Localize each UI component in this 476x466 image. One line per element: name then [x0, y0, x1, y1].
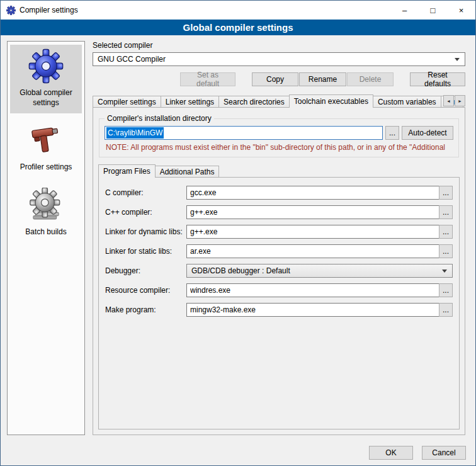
c-compiler-browse-button[interactable]: ...	[439, 186, 453, 200]
sidebar-item-global-compiler-settings[interactable]: Global compiler settings	[10, 45, 82, 113]
cpp-compiler-browse-button[interactable]: ...	[439, 205, 453, 219]
sidebar-item-profiler-settings[interactable]: Profiler settings	[10, 119, 82, 178]
dynamic-linker-label: Linker for dynamic libs:	[105, 227, 186, 236]
installation-directory-row: C:\raylib\MinGW ... Auto-detect	[105, 126, 453, 140]
resource-compiler-label: Resource compiler:	[105, 286, 186, 295]
reset-defaults-button[interactable]: Reset defaults	[410, 72, 465, 86]
chevron-down-icon	[442, 270, 447, 273]
form-row-static-linker: Linker for static libs: ...	[105, 244, 453, 258]
window-title: Compiler settings	[20, 6, 78, 14]
debugger-select[interactable]: GDB/CDB debugger : Default	[186, 264, 453, 278]
blue-gear-icon	[28, 48, 64, 84]
app-icon	[6, 6, 16, 15]
resource-compiler-input[interactable]	[186, 283, 439, 297]
tab-scroll-right-button[interactable]: ►	[455, 95, 465, 106]
minimize-icon: –	[402, 6, 407, 15]
c-compiler-label: C compiler:	[105, 188, 186, 197]
make-program-input[interactable]	[186, 303, 439, 317]
dialog-footer: OK Cancel	[1, 440, 475, 465]
form-row-dynamic-linker: Linker for dynamic libs: ...	[105, 225, 453, 239]
close-icon: ×	[459, 6, 464, 15]
minimize-button[interactable]: –	[390, 1, 419, 20]
profiler-tool-icon	[28, 123, 64, 158]
copy-button[interactable]: Copy	[252, 72, 298, 86]
static-linker-label: Linker for static libs:	[105, 247, 186, 256]
sidebar-item-label: Global compiler settings	[11, 88, 81, 108]
window-controls: – □ ×	[390, 1, 475, 20]
maximize-button[interactable]: □	[419, 1, 447, 20]
installation-directory-group: Compiler's installation directory C:\ray…	[99, 114, 459, 157]
gray-gears-icon	[28, 188, 64, 223]
make-program-label: Make program:	[105, 305, 186, 314]
install-dir-browse-button[interactable]: ...	[385, 126, 399, 140]
settings-tabstrip: Compiler settings Linker settings Search…	[93, 94, 465, 108]
tab-scroll-left-button[interactable]: ◄	[443, 95, 454, 106]
dynamic-linker-input[interactable]	[186, 225, 439, 239]
maximize-icon: □	[431, 6, 436, 15]
close-button[interactable]: ×	[447, 1, 475, 20]
compiler-settings-window: Compiler settings – □ × Global compiler …	[0, 0, 476, 466]
tab-linker-settings[interactable]: Linker settings	[161, 96, 219, 108]
static-linker-input[interactable]	[186, 244, 439, 258]
compiler-buttons-row: Set as default Copy Rename Delete Reset …	[93, 72, 465, 86]
debugger-label: Debugger:	[105, 266, 186, 275]
cancel-button[interactable]: Cancel	[422, 446, 466, 460]
tab-search-directories[interactable]: Search directories	[218, 96, 290, 108]
tab-compiler-settings[interactable]: Compiler settings	[93, 96, 161, 108]
arrow-left-icon: ◄	[446, 99, 451, 103]
ok-button[interactable]: OK	[369, 446, 413, 460]
form-row-c-compiler: C compiler: ...	[105, 186, 453, 200]
bin-subdirectory-note: NOTE: All programs must exist either in …	[106, 143, 452, 152]
compiler-combobox-value: GNU GCC Compiler	[98, 55, 166, 64]
auto-detect-button[interactable]: Auto-detect	[402, 126, 453, 140]
subtab-program-files[interactable]: Program Files	[98, 164, 156, 178]
tab-toolchain-executables[interactable]: Toolchain executables	[289, 94, 373, 108]
dynamic-linker-browse-button[interactable]: ...	[439, 225, 453, 239]
tab-custom-variables[interactable]: Custom variables	[373, 96, 441, 108]
cpp-compiler-label: C++ compiler:	[105, 208, 186, 217]
make-program-browse-button[interactable]: ...	[439, 303, 453, 317]
c-compiler-input[interactable]	[186, 186, 439, 200]
form-row-resource-compiler: Resource compiler: ...	[105, 283, 453, 297]
settings-sidebar: Global compiler settings	[7, 41, 85, 435]
compiler-combobox[interactable]: GNU GCC Compiler	[93, 52, 465, 66]
main-content: Selected compiler GNU GCC Compiler Set a…	[93, 41, 465, 435]
install-dir-selected-text: C:\raylib\MinGW	[106, 127, 164, 139]
cpp-compiler-input[interactable]	[186, 205, 439, 219]
toolchain-executables-panel: Compiler's installation directory C:\ray…	[93, 107, 465, 435]
selected-compiler-label: Selected compiler	[93, 41, 465, 50]
page-title: Global compiler settings	[1, 20, 475, 35]
static-linker-browse-button[interactable]: ...	[439, 244, 453, 258]
debugger-select-value: GDB/CDB debugger : Default	[191, 266, 290, 275]
resource-compiler-browse-button[interactable]: ...	[439, 283, 453, 297]
subtab-additional-paths[interactable]: Additional Paths	[155, 166, 220, 178]
chevron-down-icon	[455, 58, 460, 61]
rename-button[interactable]: Rename	[299, 72, 346, 86]
programs-subtabstrip: Program Files Additional Paths	[98, 164, 460, 178]
delete-button[interactable]: Delete	[347, 72, 394, 86]
tab-scroll-buttons: ◄ ►	[443, 95, 465, 106]
install-dir-input[interactable]: C:\raylib\MinGW	[105, 126, 383, 140]
sidebar-item-label: Profiler settings	[20, 162, 72, 173]
titlebar: Compiler settings – □ ×	[1, 1, 475, 20]
installation-directory-legend: Compiler's installation directory	[105, 114, 214, 123]
dialog-body: Global compiler settings	[1, 35, 475, 440]
form-row-debugger: Debugger: GDB/CDB debugger : Default	[105, 264, 453, 278]
sidebar-item-batch-builds[interactable]: Batch builds	[10, 184, 82, 243]
form-row-cpp-compiler: C++ compiler: ...	[105, 205, 453, 219]
set-as-default-button[interactable]: Set as default	[180, 72, 235, 86]
form-row-make-program: Make program: ...	[105, 303, 453, 317]
program-files-panel: C compiler: ... C++ compiler: ... Linker…	[98, 177, 460, 429]
arrow-right-icon: ►	[458, 99, 462, 103]
sidebar-item-label: Batch builds	[25, 227, 66, 237]
